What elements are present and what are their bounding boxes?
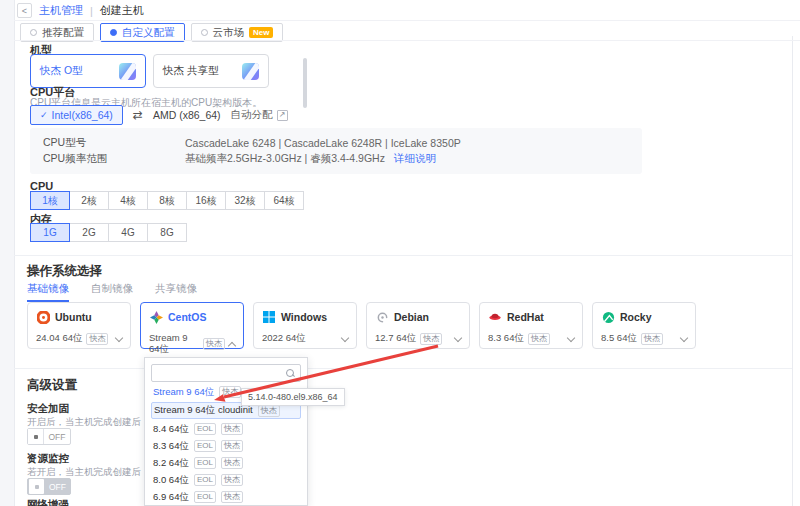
version-search-input[interactable] xyxy=(151,364,301,382)
cpu-option-64[interactable]: 64核 xyxy=(264,191,304,210)
os-card-debian[interactable]: Debian 12.7 64位 快杰 xyxy=(366,302,470,349)
kuaijie-badge: 快杰 xyxy=(221,491,243,503)
redhat-icon xyxy=(488,310,502,324)
eol-badge: EOL xyxy=(194,474,216,486)
amd-platform-button[interactable]: AMD (x86_64) xyxy=(153,109,221,121)
details-link[interactable]: 详细说明 xyxy=(394,152,436,166)
auto-allocate-link[interactable]: 自动分配 ↗ xyxy=(231,108,288,122)
cpu-option-16[interactable]: 16核 xyxy=(186,191,226,210)
memory-option-1g[interactable]: 1G xyxy=(30,223,70,242)
os-card-rocky[interactable]: Rocky 8.5 64位 快杰 xyxy=(592,302,696,349)
kuaijie-badge: 快杰 xyxy=(221,474,243,486)
section-divider xyxy=(14,255,792,256)
machine-type-kuaijie-shared[interactable]: 快杰 共享型 xyxy=(153,54,269,88)
kuaijie-badge: 快杰 xyxy=(641,333,663,345)
cpu-core-selector: 1核 2核 4核 8核 16核 32核 64核 xyxy=(30,191,304,210)
tab-base-image[interactable]: 基础镜像 xyxy=(27,282,69,302)
os-version: Stream 9 64位 xyxy=(149,332,199,356)
tab-label: 云市场 xyxy=(213,26,245,40)
os-name-label: Debian xyxy=(394,311,429,323)
dropdown-option-69[interactable]: 6.9 64位 EOL 快杰 xyxy=(151,490,301,504)
windows-icon xyxy=(262,310,276,324)
debian-icon xyxy=(375,310,389,324)
os-card-centos[interactable]: CentOS Stream 9 64位 快杰 xyxy=(140,302,244,349)
dropdown-scrollbar[interactable] xyxy=(303,58,307,108)
os-card-redhat[interactable]: RedHat 8.3 64位 快杰 xyxy=(479,302,583,349)
dropdown-option-80[interactable]: 8.0 64位 EOL 快杰 xyxy=(151,473,301,487)
cpu-platform-options: ✓ Intel(x86_64) ⇄ AMD (x86_64) 自动分配 ↗ xyxy=(30,105,288,125)
dropdown-option-83[interactable]: 8.3 64位 EOL 快杰 xyxy=(151,439,301,453)
ubuntu-icon xyxy=(36,310,50,324)
cpu-freq-label: CPU频率范围 xyxy=(43,152,185,166)
network-enhance-label: 网络增强 xyxy=(27,498,69,506)
kuaijie-badge: 快杰 xyxy=(219,386,241,398)
centos-version-dropdown: Stream 9 64位 快杰 Stream 9 64位 cloudinit 快… xyxy=(144,357,308,506)
back-button[interactable]: < xyxy=(17,3,32,18)
option-label: 6.9 64位 xyxy=(153,491,189,504)
os-name-label: RedHat xyxy=(507,311,544,323)
chevron-up-icon[interactable] xyxy=(228,341,236,349)
chevron-down-icon[interactable] xyxy=(567,333,575,341)
tabs-divider xyxy=(14,40,800,41)
tab-label: 自定义配置 xyxy=(122,26,175,40)
os-version: 24.04 64位 xyxy=(36,332,82,345)
chevron-down-icon[interactable] xyxy=(680,333,688,341)
memory-selector: 1G 2G 4G 8G xyxy=(30,223,187,242)
cpu-option-1[interactable]: 1核 xyxy=(30,191,70,210)
security-hardening-label: 安全加固 xyxy=(27,402,69,416)
kernel-version-tooltip: 5.14.0-480.el9.x86_64 xyxy=(241,388,345,406)
resource-monitor-toggle[interactable]: OFF xyxy=(27,478,71,495)
security-hardening-toggle[interactable]: OFF xyxy=(27,428,71,445)
toggle-state: OFF xyxy=(44,432,70,442)
machine-type-kuaijie-o[interactable]: 快杰 O型 xyxy=(30,54,146,88)
chevron-down-icon[interactable] xyxy=(341,333,349,341)
eol-badge: EOL xyxy=(194,457,216,469)
tab-shared-image[interactable]: 共享镜像 xyxy=(155,282,197,302)
kuaijie-badge: 快杰 xyxy=(221,440,243,452)
chevron-down-icon[interactable] xyxy=(454,333,462,341)
cpu-model-label: CPU型号 xyxy=(43,136,185,150)
intel-label: Intel(x86_64) xyxy=(52,109,113,121)
toggle-knob xyxy=(28,429,44,444)
machine-type-name: 快杰 共享型 xyxy=(163,64,218,78)
machine-type-name: 快杰 O型 xyxy=(40,64,83,78)
kuaijie-badge: 快杰 xyxy=(221,457,243,469)
dropdown-option-84[interactable]: 8.4 64位 EOL 快杰 xyxy=(151,422,301,436)
dropdown-option-82[interactable]: 8.2 64位 EOL 快杰 xyxy=(151,456,301,470)
right-scrollbar-track[interactable] xyxy=(792,36,793,506)
os-card-windows[interactable]: Windows 2022 64位 xyxy=(253,302,357,349)
memory-option-4g[interactable]: 4G xyxy=(108,223,148,242)
breadcrumb: < 主机管理 | 创建主机 xyxy=(17,3,144,18)
centos-icon xyxy=(149,310,163,324)
cpu-info-box: CPU型号 CascadeLake 6248 | CascadeLake 624… xyxy=(30,128,642,174)
os-card-ubuntu[interactable]: Ubuntu 24.04 64位 快杰 xyxy=(27,302,131,349)
cpu-model-value: CascadeLake 6248 | CascadeLake 6248R | I… xyxy=(185,137,461,149)
toggle-knob xyxy=(29,479,44,494)
external-link-icon: ↗ xyxy=(277,110,288,121)
os-name-label: Rocky xyxy=(620,311,652,323)
intel-platform-button[interactable]: ✓ Intel(x86_64) xyxy=(30,105,123,125)
auto-allocate-label: 自动分配 xyxy=(231,108,273,122)
option-label: 8.2 64位 xyxy=(153,457,189,470)
breadcrumb-section[interactable]: 主机管理 xyxy=(39,3,83,18)
tab-custom-image[interactable]: 自制镜像 xyxy=(91,282,133,302)
cpu-model-row: CPU型号 CascadeLake 6248 | CascadeLake 624… xyxy=(43,135,629,151)
memory-option-8g[interactable]: 8G xyxy=(147,223,187,242)
os-cards: Ubuntu 24.04 64位 快杰 CentOS Stream 9 64位 … xyxy=(27,302,696,349)
kuaijie-logo-icon xyxy=(242,63,259,80)
toggle-state: OFF xyxy=(45,482,70,492)
cpu-option-32[interactable]: 32核 xyxy=(225,191,265,210)
kuaijie-badge: 快杰 xyxy=(420,333,442,345)
kuaijie-badge: 快杰 xyxy=(203,338,225,350)
os-version: 8.5 64位 xyxy=(601,332,637,345)
os-name-label: Ubuntu xyxy=(55,311,92,323)
option-label: Stream 9 64位 cloudinit xyxy=(154,404,253,417)
cpu-option-8[interactable]: 8核 xyxy=(147,191,187,210)
header-divider xyxy=(14,20,800,21)
swap-icon[interactable]: ⇄ xyxy=(133,108,143,122)
cpu-option-4[interactable]: 4核 xyxy=(108,191,148,210)
chevron-down-icon[interactable] xyxy=(115,333,123,341)
cpu-freq-value: 基础频率2.5GHz-3.0GHz | 睿频3.4-4.9GHz xyxy=(185,152,385,166)
cpu-option-2[interactable]: 2核 xyxy=(69,191,109,210)
memory-option-2g[interactable]: 2G xyxy=(69,223,109,242)
